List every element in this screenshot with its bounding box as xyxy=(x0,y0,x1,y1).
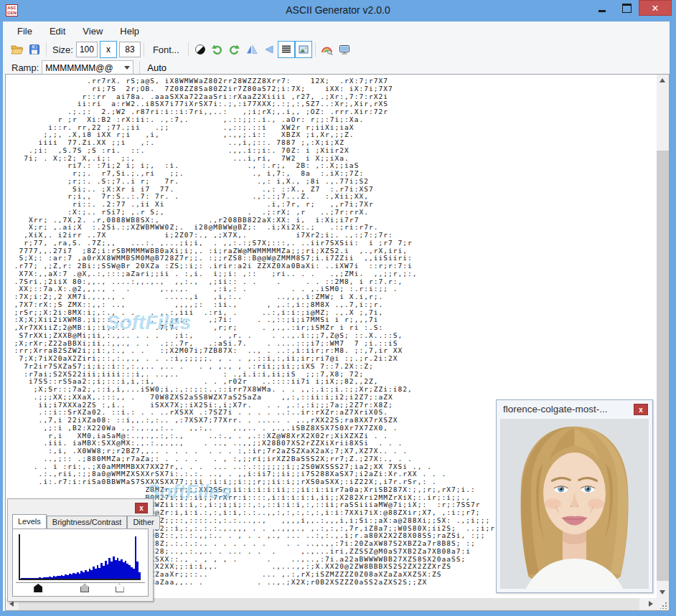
monitor-button[interactable] xyxy=(336,41,353,58)
monitor-icon xyxy=(339,44,350,55)
contrast-icon xyxy=(194,44,206,55)
portrait-illustration xyxy=(500,419,649,589)
tab-dither[interactable]: Dither xyxy=(127,516,159,529)
rotate-right-icon xyxy=(228,44,240,55)
scroll-left-icon[interactable] xyxy=(9,601,14,607)
text-view-button[interactable] xyxy=(278,41,295,58)
levels-panel-close-button[interactable]: x xyxy=(135,503,148,513)
scrollbar-corner xyxy=(657,598,669,610)
scroll-down-icon[interactable] xyxy=(659,590,665,594)
image-panel-close-button[interactable]: x xyxy=(634,404,648,415)
toolbar-separator xyxy=(188,42,189,57)
toolbar-separator xyxy=(46,42,47,57)
menu-item-view[interactable]: View xyxy=(74,23,111,39)
text-lines-icon xyxy=(281,44,292,55)
height-input[interactable] xyxy=(119,42,141,57)
invert-button[interactable] xyxy=(192,41,209,58)
flip-vertical-icon xyxy=(263,44,275,55)
toolbar-separator xyxy=(144,42,144,57)
tab-brightness-contrast[interactable]: Brightness/Contrast xyxy=(47,516,128,529)
levels-panel: x Levels Brightness/Contrast Dither xyxy=(7,498,154,602)
ramp-label: Ramp: xyxy=(11,62,39,73)
save-button[interactable] xyxy=(26,41,43,58)
tab-levels[interactable]: Levels xyxy=(12,514,47,530)
white-point-slider[interactable] xyxy=(116,584,124,592)
colors-button[interactable] xyxy=(319,41,336,58)
scroll-right-icon[interactable] xyxy=(649,601,653,607)
menu-item-edit[interactable]: Edit xyxy=(41,23,74,39)
window-title: ASCII Generator v2.0.0 xyxy=(0,4,676,16)
levels-tab-page xyxy=(12,529,149,597)
flip-horizontal-icon xyxy=(246,44,258,55)
histogram-bars xyxy=(21,534,141,579)
midtone-slider[interactable] xyxy=(80,584,89,592)
ramp-value: MMMMMMM@@ xyxy=(45,63,113,73)
toolbar-separator xyxy=(315,42,316,57)
vertical-scroll-thumb[interactable] xyxy=(657,151,669,581)
swap-dimensions-button[interactable]: x xyxy=(100,41,117,58)
font-button[interactable]: Font... xyxy=(147,44,185,55)
rotate-left-icon xyxy=(211,44,223,55)
menu-item-file[interactable]: File xyxy=(9,23,41,39)
minimize-icon xyxy=(598,10,606,12)
save-floppy-icon xyxy=(29,44,40,55)
rainbow-colors-icon xyxy=(321,44,333,55)
maximize-icon xyxy=(622,4,632,13)
app-window: ASC GEN ASCII Generator v2.0.0 ✕ File Ed… xyxy=(0,0,676,616)
minimize-button[interactable] xyxy=(590,0,614,16)
resize-grip[interactable] xyxy=(660,602,667,609)
menubar: File Edit View Help xyxy=(3,22,670,40)
rotate-right-button[interactable] xyxy=(226,41,243,58)
levels-sliders xyxy=(16,582,145,594)
scroll-up-icon[interactable] xyxy=(659,78,665,82)
black-point-slider[interactable] xyxy=(34,584,42,592)
titlebar: ASC GEN ASCII Generator v2.0.0 ✕ xyxy=(0,0,676,22)
toolbar: Size: x Font... xyxy=(3,40,670,59)
chevron-down-icon xyxy=(124,66,130,70)
auto-button[interactable]: Auto xyxy=(139,61,174,75)
image-icon xyxy=(298,44,309,55)
caption-buttons: ✕ xyxy=(590,0,672,16)
flip-vertical-button[interactable] xyxy=(260,41,278,58)
flip-horizontal-button[interactable] xyxy=(243,41,260,58)
source-image-panel: florence-colgate-most-... x xyxy=(496,399,653,593)
maximize-button[interactable] xyxy=(614,0,639,16)
open-button[interactable] xyxy=(9,41,26,58)
source-image-title: florence-colgate-most-... xyxy=(503,404,608,414)
image-view-button[interactable] xyxy=(295,41,312,58)
histogram xyxy=(19,534,141,580)
size-label: Size: xyxy=(52,44,73,55)
open-folder-icon xyxy=(11,44,24,55)
width-input[interactable] xyxy=(76,42,98,57)
source-photo xyxy=(500,419,649,589)
vertical-scrollbar[interactable] xyxy=(657,75,669,598)
close-button[interactable]: ✕ xyxy=(639,0,672,16)
menu-item-help[interactable]: Help xyxy=(111,23,148,39)
rotate-left-button[interactable] xyxy=(209,41,226,58)
levels-tabs: Levels Brightness/Contrast Dither xyxy=(12,516,160,529)
